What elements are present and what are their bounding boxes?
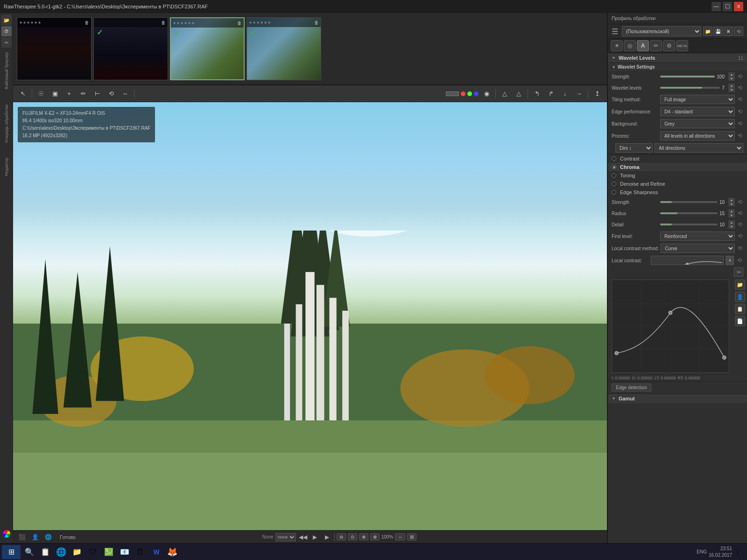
es-strength-up[interactable]: ▲ bbox=[728, 198, 735, 202]
tab-detail[interactable]: ◎ bbox=[624, 40, 636, 51]
background-reset[interactable]: ⟲ bbox=[737, 120, 743, 127]
es-radius-reset[interactable]: ⟲ bbox=[737, 210, 743, 217]
tool-hand[interactable]: ☉ bbox=[35, 88, 47, 100]
curve-icon-person[interactable]: 👤 bbox=[735, 292, 745, 302]
es-strength-reset[interactable]: ⟲ bbox=[737, 199, 743, 205]
tool-measure[interactable]: ⊢ bbox=[91, 88, 103, 100]
first-level-reset[interactable]: ⟲ bbox=[737, 233, 743, 239]
taskbar-notepad[interactable]: 🗒 bbox=[134, 545, 148, 559]
close-button[interactable]: ✕ bbox=[734, 2, 743, 11]
curve-icon-folder[interactable]: 📁 bbox=[735, 280, 745, 290]
process-reset[interactable]: ⟲ bbox=[737, 133, 743, 139]
background-select[interactable]: Grey bbox=[660, 119, 735, 128]
strength-slider[interactable] bbox=[660, 76, 715, 77]
film-thumbnail-1[interactable]: ★★★ ★★★ 🗑 bbox=[17, 17, 92, 80]
edge-perf-reset[interactable]: ⟲ bbox=[737, 108, 743, 115]
taskbar-search[interactable]: 🔍 bbox=[22, 545, 36, 559]
first-level-select[interactable]: Reinforced bbox=[660, 231, 735, 241]
profile-reset-btn[interactable]: ⟲ bbox=[734, 27, 743, 36]
taskbar-show-desktop[interactable]: | bbox=[734, 545, 741, 559]
zoom-out[interactable]: ⊖ bbox=[337, 533, 346, 540]
tab-transform[interactable]: ✏ bbox=[650, 40, 662, 51]
es-strength-slider[interactable] bbox=[660, 201, 718, 203]
tab-meta[interactable]: META bbox=[676, 40, 688, 51]
process-sub-select-1[interactable]: Dirs ↕ bbox=[615, 143, 653, 153]
es-detail-down[interactable]: ▼ bbox=[728, 224, 735, 229]
zoom-in[interactable]: ⊕ bbox=[359, 533, 368, 540]
curve-icon-copy[interactable]: 📋 bbox=[735, 304, 745, 314]
start-button[interactable]: ⊞ bbox=[2, 545, 21, 559]
nav-first[interactable]: ◀◀ bbox=[298, 532, 308, 542]
wavelet-section-header[interactable]: ▼ Wavelet Levels 11 bbox=[608, 53, 747, 63]
tiling-select[interactable]: Full image bbox=[660, 95, 735, 104]
taskbar-browser[interactable]: 🦊 bbox=[165, 545, 179, 559]
thumb-1-delete[interactable]: 🗑 bbox=[85, 20, 89, 25]
profile-clear-btn[interactable]: ✖ bbox=[724, 27, 733, 36]
es-detail-reset[interactable]: ⟲ bbox=[737, 221, 743, 228]
strength-spin-up[interactable]: ▲ bbox=[728, 72, 735, 77]
gamut-section-header[interactable]: ▼ Gamut bbox=[608, 393, 747, 403]
nav-play[interactable]: ▶ bbox=[322, 532, 332, 542]
strength-spin-down[interactable]: ▼ bbox=[728, 77, 735, 81]
contrast-radio[interactable] bbox=[612, 156, 616, 161]
lc-dropdown-btn[interactable]: ▾ bbox=[726, 256, 734, 265]
status-icon-1[interactable]: ⬛ bbox=[17, 532, 27, 542]
status-icon-3[interactable]: 🌐 bbox=[43, 532, 53, 542]
es-radius-slider[interactable] bbox=[660, 212, 718, 214]
denoise-radio[interactable] bbox=[612, 182, 616, 186]
tool-redo[interactable]: ↱ bbox=[545, 88, 557, 100]
wavelet-levels-slider[interactable] bbox=[660, 87, 720, 89]
curve-canvas[interactable] bbox=[612, 280, 729, 373]
tool-circle[interactable]: ◉ bbox=[480, 88, 493, 100]
taskbar-word[interactable]: W bbox=[149, 545, 163, 559]
tool-flip[interactable]: ↔ bbox=[119, 88, 131, 100]
tiling-reset[interactable]: ⟲ bbox=[737, 96, 743, 103]
tool-save[interactable]: ↥ bbox=[591, 88, 603, 100]
chroma-radio[interactable] bbox=[612, 165, 616, 169]
nav-prev[interactable]: ▶ bbox=[310, 532, 320, 542]
es-radius-down[interactable]: ▼ bbox=[728, 213, 735, 217]
tool-crop[interactable]: ▣ bbox=[49, 88, 61, 100]
lc-curve-reset[interactable]: ⟲ bbox=[736, 257, 743, 264]
tool-undo[interactable]: ↰ bbox=[531, 88, 543, 100]
wavelet-levels-reset[interactable]: ⟲ bbox=[737, 84, 743, 91]
taskbar-finance[interactable]: 💹 bbox=[102, 545, 116, 559]
taskbar-edge[interactable]: 🌐 bbox=[54, 545, 68, 559]
tab-raw[interactable]: ⚙ bbox=[663, 40, 675, 51]
taskbar-security[interactable]: 🛡 bbox=[86, 545, 100, 559]
maximize-button[interactable]: ☐ bbox=[723, 2, 732, 11]
wavelet-levels-spin-down[interactable]: ▼ bbox=[728, 88, 735, 92]
zoom-100[interactable]: ⊙ bbox=[348, 533, 357, 540]
film-thumbnail-3[interactable]: ★★★ ★★★ 🗑 ✓ bbox=[170, 17, 245, 80]
edge-sharp-radio[interactable] bbox=[612, 190, 616, 195]
curve-tool-1[interactable]: ✂ bbox=[734, 267, 743, 277]
lc-method-select[interactable]: Curve bbox=[661, 244, 735, 253]
tool-triangle1[interactable]: △ bbox=[499, 88, 511, 100]
taskbar-outlook[interactable]: 📧 bbox=[118, 545, 132, 559]
taskbar-task-view[interactable]: 📋 bbox=[38, 545, 52, 559]
sidebar-icon-edit[interactable]: ✏ bbox=[1, 37, 12, 48]
film-thumbnail-4[interactable]: ★★★ ★★★ 🗑 ✓ bbox=[247, 17, 321, 80]
strength-reset[interactable]: ⟲ bbox=[737, 73, 743, 80]
zoom-expand[interactable]: ↔ bbox=[395, 533, 405, 540]
process-select[interactable]: All levels in all directions bbox=[660, 131, 735, 140]
profile-save-btn[interactable]: 💾 bbox=[713, 27, 723, 36]
tool-pencil[interactable]: ✏ bbox=[77, 88, 89, 100]
zoom-grid[interactable]: ⊞ bbox=[407, 533, 416, 540]
curve-icon-paste[interactable]: 📄 bbox=[735, 316, 745, 326]
tool-triangle2[interactable]: △ bbox=[513, 88, 525, 100]
tab-color[interactable]: A bbox=[637, 40, 649, 51]
toning-radio[interactable] bbox=[612, 173, 616, 178]
tab-exposure[interactable]: ☀ bbox=[611, 40, 623, 51]
wavelet-levels-spin-up[interactable]: ▲ bbox=[728, 84, 735, 88]
edge-detection-button[interactable]: Edge detection bbox=[612, 384, 651, 392]
sidebar-icon-files[interactable]: 📂 bbox=[1, 15, 12, 25]
profile-dropdown[interactable]: (Пользовательской) bbox=[622, 26, 701, 36]
sidebar-icon-queue[interactable]: ⏱ bbox=[1, 26, 12, 36]
taskbar-explorer[interactable]: 📁 bbox=[70, 545, 84, 559]
lc-curve-preview[interactable] bbox=[651, 256, 724, 265]
none-select[interactable]: None bbox=[275, 533, 296, 541]
es-radius-up[interactable]: ▲ bbox=[728, 209, 735, 213]
sidebar-icon-color[interactable] bbox=[3, 530, 10, 538]
tool-arrow[interactable]: ↖ bbox=[17, 88, 29, 100]
